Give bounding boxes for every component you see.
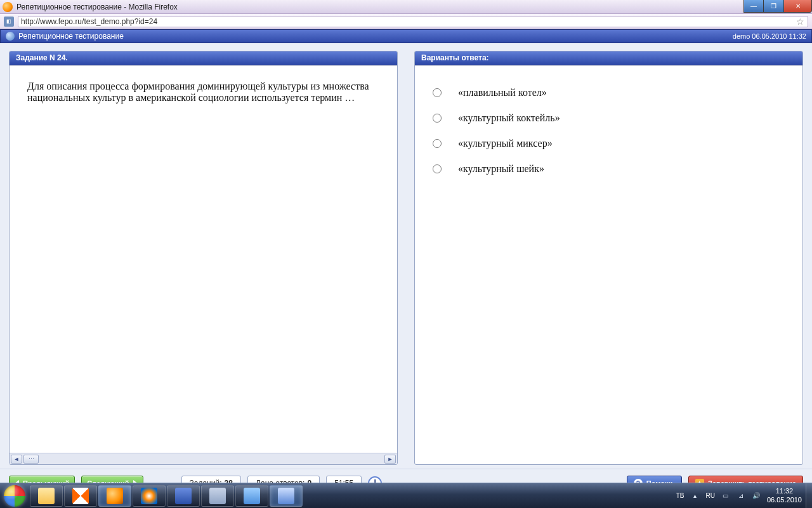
word-icon: [278, 488, 294, 504]
window-title: Репетиционное тестирование - Mozilla Fir…: [16, 3, 178, 11]
tray-network-icon[interactable]: ⊿: [737, 491, 745, 500]
browser-titlebar: Репетиционное тестирование - Mozilla Fir…: [0, 0, 812, 14]
media-player-icon: [141, 488, 157, 504]
answer-radio[interactable]: [433, 114, 442, 123]
browser-urlbar-row: ◧ http://www.fepo.ru/test_demo.php?id=24…: [0, 14, 812, 29]
answer-option[interactable]: «плавильный котел»: [433, 87, 785, 98]
answer-text: «культурный коктейль»: [458, 112, 560, 124]
tray-flag-icon[interactable]: ▭: [721, 491, 730, 500]
answer-text: «плавильный котел»: [458, 87, 547, 98]
app-title: Репетиционное тестирование: [18, 32, 124, 41]
taskbar-vlc[interactable]: [64, 485, 97, 507]
window-minimize-button[interactable]: —: [743, 0, 764, 13]
question-panel: Задание N 24. Для описания процесса форм…: [9, 51, 398, 465]
windows-logo-icon: [4, 485, 25, 507]
taskbar-firefox[interactable]: [98, 485, 131, 507]
windows-taskbar: ТВ ▴ RU ▭ ⊿ 🔊 11:32 06.05.2010: [0, 483, 812, 508]
question-text: Для описания процесса формирования домин…: [10, 65, 397, 453]
answers-panel-header: Варианты ответа:: [415, 51, 802, 65]
scroll-left-icon[interactable]: ◄: [11, 455, 22, 464]
taskbar-word[interactable]: [270, 485, 303, 507]
taskbar-music[interactable]: [201, 485, 234, 507]
tray-up-icon[interactable]: ▴: [690, 491, 699, 500]
window-close-button[interactable]: ✕: [784, 0, 812, 13]
answer-radio[interactable]: [433, 139, 442, 148]
vlc-icon: [72, 488, 89, 504]
answers-panel: Варианты ответа: «плавильный котел»«куль…: [414, 51, 803, 465]
show-desktop-button[interactable]: [806, 483, 812, 509]
app-header-bar: Репетиционное тестирование demo 06.05.20…: [0, 29, 812, 43]
question-hscrollbar[interactable]: ◄ ⋯ ►: [10, 453, 397, 464]
tray-tv-label: ТВ: [676, 492, 684, 499]
bookmark-star-icon[interactable]: ☆: [795, 17, 805, 27]
site-icon: ◧: [4, 17, 14, 27]
url-text: http://www.fepo.ru/test_demo.php?id=24: [21, 17, 157, 26]
scroll-thumb[interactable]: ⋯: [23, 455, 39, 464]
picture-icon: [244, 488, 260, 504]
taskbar-explorer[interactable]: [30, 485, 63, 507]
floppy-icon: [175, 488, 192, 504]
taskbar-pictures[interactable]: [235, 485, 268, 507]
app-demo-timestamp: demo 06.05.2010 11:32: [733, 32, 806, 40]
answer-text: «культурный миксер»: [458, 138, 553, 149]
answer-radio[interactable]: [433, 88, 442, 97]
folder-icon: [38, 488, 55, 504]
scroll-right-icon[interactable]: ►: [384, 455, 396, 464]
start-button[interactable]: [0, 483, 29, 509]
tray-clock[interactable]: 11:32 06.05.2010: [767, 487, 802, 504]
firefox-icon: [107, 488, 123, 504]
system-tray: ТВ ▴ RU ▭ ⊿ 🔊 11:32 06.05.2010: [672, 487, 806, 504]
answer-radio[interactable]: [433, 164, 442, 173]
answer-text: «культурный шейк»: [458, 163, 544, 175]
globe-icon: [6, 32, 15, 41]
taskbar-save[interactable]: [167, 485, 200, 507]
answer-option[interactable]: «культурный шейк»: [433, 163, 785, 175]
window-maximize-button[interactable]: ❐: [764, 0, 784, 13]
firefox-icon: [3, 2, 13, 12]
question-panel-header: Задание N 24.: [10, 51, 397, 65]
answer-option[interactable]: «культурный коктейль»: [433, 112, 785, 124]
taskbar-wmp[interactable]: [133, 485, 166, 507]
music-icon: [209, 488, 226, 504]
tray-volume-icon[interactable]: 🔊: [752, 491, 761, 500]
url-input[interactable]: http://www.fepo.ru/test_demo.php?id=24 ☆: [18, 16, 808, 27]
answer-option[interactable]: «культурный миксер»: [433, 138, 785, 149]
tray-lang[interactable]: RU: [705, 492, 714, 499]
